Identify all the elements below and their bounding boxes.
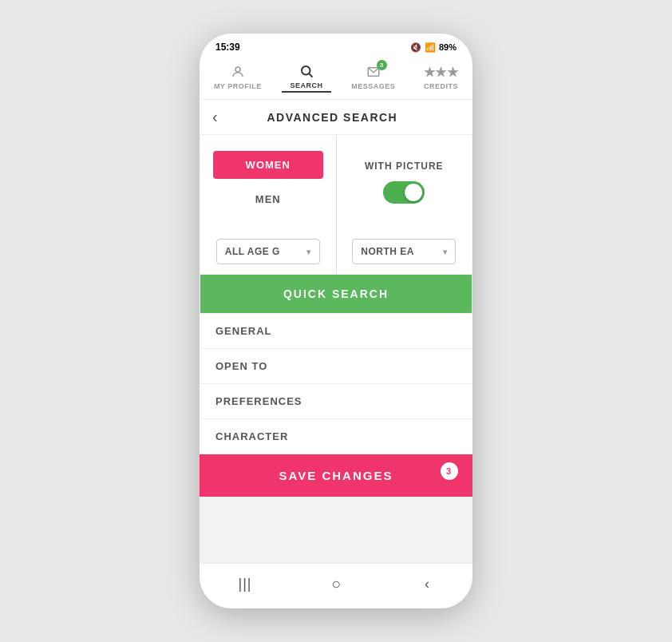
- women-option[interactable]: WOMEN: [213, 151, 323, 179]
- top-nav: MY PROFILE SEARCH 3 MESSAGES ★★★ CRE: [200, 56, 472, 100]
- save-changes-button[interactable]: SAVE CHANGES 3: [200, 454, 472, 497]
- nav-messages-label: MESSAGES: [351, 82, 395, 90]
- page-title: ADVANCED SEARCH: [224, 111, 441, 124]
- location-dropdown[interactable]: NORTH EA ▾: [352, 239, 456, 264]
- bottom-nav: ||| ○ ‹: [200, 563, 472, 608]
- section-character[interactable]: CHARACTER: [200, 419, 472, 454]
- nav-my-profile[interactable]: MY PROFILE: [206, 61, 270, 92]
- save-changes-badge: 3: [441, 462, 458, 480]
- gender-cell: WOMEN MEN: [200, 135, 336, 229]
- nav-search-label: SEARCH: [290, 81, 322, 89]
- quick-search-button[interactable]: QUICK SEARCH: [200, 275, 472, 313]
- with-picture-cell: WITH PICTURE: [337, 135, 472, 229]
- section-open-to[interactable]: OPEN TO: [200, 349, 472, 384]
- android-menu-button[interactable]: |||: [229, 572, 261, 596]
- age-dropdown[interactable]: ALL AGE G ▾: [216, 239, 320, 264]
- toggle-knob: [405, 184, 422, 201]
- back-chevron-icon: ‹: [425, 576, 429, 592]
- with-picture-label: WITH PICTURE: [365, 160, 444, 172]
- age-dropdown-value: ALL AGE G: [225, 246, 280, 257]
- section-preferences[interactable]: PREFERENCES: [200, 384, 472, 419]
- with-picture-toggle[interactable]: [383, 181, 425, 204]
- battery-text: 89%: [439, 42, 457, 52]
- svg-line-2: [309, 73, 312, 77]
- main-content: WOMEN MEN WITH PICTURE ALL AGE G ▾: [200, 135, 472, 563]
- status-icons: 🔇 📶 89%: [410, 42, 457, 53]
- page-header: ‹ ADVANCED SEARCH: [200, 100, 472, 135]
- nav-messages[interactable]: 3 MESSAGES: [343, 61, 403, 92]
- svg-point-0: [235, 67, 240, 72]
- location-dropdown-value: NORTH EA: [361, 246, 414, 257]
- mute-icon: 🔇: [410, 42, 421, 53]
- phone-frame: 15:39 🔇 📶 89% MY PROFILE SEARCH: [200, 34, 472, 608]
- back-button[interactable]: ‹: [212, 108, 218, 126]
- bottom-filter-grid: ALL AGE G ▾ NORTH EA ▾: [200, 229, 472, 274]
- person-icon: [229, 63, 247, 81]
- menu-lines-icon: |||: [238, 576, 251, 592]
- men-option[interactable]: MEN: [213, 185, 323, 213]
- nav-credits[interactable]: ★★★ CREDITS: [416, 61, 466, 92]
- location-dropdown-cell: NORTH EA ▾: [337, 229, 472, 274]
- top-filter-grid: WOMEN MEN WITH PICTURE: [200, 135, 472, 229]
- nav-search[interactable]: SEARCH: [282, 61, 330, 93]
- status-time: 15:39: [215, 42, 240, 53]
- age-dropdown-arrow: ▾: [306, 248, 311, 256]
- nav-my-profile-label: MY PROFILE: [214, 82, 262, 90]
- android-home-button[interactable]: ○: [320, 572, 352, 596]
- search-icon: [298, 62, 315, 80]
- wifi-icon: 📶: [425, 42, 436, 53]
- stars-icon: ★★★: [433, 63, 450, 81]
- location-dropdown-arrow: ▾: [443, 248, 448, 256]
- save-changes-label: SAVE CHANGES: [279, 469, 393, 482]
- messages-badge: 3: [377, 60, 387, 70]
- svg-point-1: [302, 66, 310, 75]
- home-circle-icon: ○: [331, 575, 341, 593]
- status-bar: 15:39 🔇 📶 89%: [200, 34, 472, 56]
- android-back-button[interactable]: ‹: [411, 572, 443, 596]
- section-general[interactable]: GENERAL: [200, 314, 472, 349]
- age-dropdown-cell: ALL AGE G ▾: [200, 229, 336, 274]
- mail-icon: 3: [365, 63, 382, 81]
- nav-credits-label: CREDITS: [424, 82, 458, 90]
